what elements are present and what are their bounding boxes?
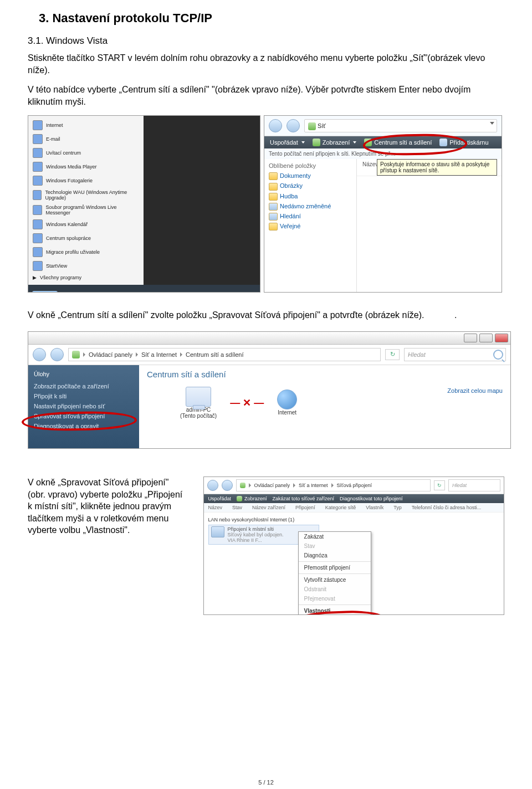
- address-bar: Ovládací panely Síť a Internet Síťová př…: [204, 477, 504, 494]
- screenshot-network-connections: Ovládací panely Síť a Internet Síťová př…: [203, 477, 504, 615]
- task-link[interactable]: Nastavit připojení nebo síť: [34, 403, 134, 409]
- nav-pane: Oblíbené položky Dokumenty Obrázky Hudba…: [264, 159, 357, 292]
- close-button[interactable]: [495, 334, 508, 342]
- start-menu-item[interactable]: Windows Media Player: [30, 161, 141, 173]
- connection-title: Připojení k místní síti: [228, 526, 284, 532]
- start-menu-item[interactable]: Migrace profilu uživatele: [30, 246, 141, 258]
- screenshot-network-explorer: Síť Uspořádat Zobrazení Centrum síti a s…: [264, 115, 502, 293]
- screenshot-row-1: Internet E-mail Uvítací centrum Windows …: [28, 115, 504, 293]
- task-link[interactable]: Diagnostikovat a opravit: [34, 423, 134, 429]
- connection-status: Síťový kabel byl odpojen.: [228, 532, 284, 537]
- ctx-bridge[interactable]: Přemostit připojení: [299, 563, 371, 572]
- address-bar: Síť: [264, 116, 502, 136]
- task-link[interactable]: Zobrazit počítače a zařízení: [34, 383, 134, 390]
- toolbar-view[interactable]: Zobrazení: [313, 139, 357, 146]
- start-menu-item[interactable]: Windows Fotogalerie: [30, 175, 141, 187]
- toolbar-network-center[interactable]: Centrum síti a sdílení: [364, 139, 432, 146]
- nav-link[interactable]: Obrázky: [269, 182, 352, 190]
- toolbar-organize[interactable]: Uspořádat: [208, 496, 232, 501]
- app-icon: [33, 233, 43, 243]
- col-header[interactable]: Typ: [393, 505, 402, 510]
- col-header[interactable]: Stav: [232, 505, 242, 510]
- task-link[interactable]: Připojit k síti: [34, 393, 134, 399]
- nav-link[interactable]: Dokumenty: [269, 172, 352, 180]
- start-menu-item[interactable]: E-mail: [30, 133, 141, 145]
- start-menu-item[interactable]: Centrum spolupráce: [30, 232, 141, 244]
- nav-forward-button[interactable]: [50, 348, 64, 361]
- nav-forward-button[interactable]: [222, 480, 233, 491]
- app-icon: [33, 205, 42, 215]
- app-icon: [33, 261, 43, 271]
- shield-icon: [240, 483, 245, 488]
- app-icon: [33, 148, 43, 158]
- toolbar-diagnose[interactable]: Diagnostikovat toto připojení: [340, 496, 403, 501]
- col-header[interactable]: Telefonní číslo či adresa hosti...: [412, 505, 482, 510]
- chevron-down-icon: [353, 141, 356, 144]
- col-header[interactable]: Kategorie sítě: [325, 505, 356, 510]
- col-header[interactable]: Název zařízení: [252, 505, 285, 510]
- paragraph-4: V okně „Spravovat Síťová připojení" (obr…: [28, 477, 187, 536]
- paragraph-3: V okně „Centrum sítí a sdílení" zvolte p…: [28, 309, 424, 321]
- nav-link[interactable]: Nedávno změněné: [269, 203, 352, 211]
- printer-icon: [439, 139, 447, 146]
- nav-back-button[interactable]: [207, 480, 218, 491]
- toolbar-organize[interactable]: Uspořádat: [270, 139, 305, 146]
- col-header[interactable]: Vlastník: [366, 505, 383, 510]
- address-bar: Ovládací panely Síť a Internet Centrum s…: [28, 345, 510, 365]
- computer-icon: [186, 387, 211, 407]
- nav-link[interactable]: Veřejné: [269, 223, 352, 230]
- search-input[interactable]: Hledat: [404, 348, 506, 361]
- start-menu-all-programs[interactable]: ▶Všechny programy: [30, 274, 141, 281]
- main-content: Centrum sítí a sdílení Zobrazit celou ma…: [139, 365, 510, 448]
- nav-back-button[interactable]: [33, 348, 46, 361]
- nav-pane-header: Oblíbené položky: [269, 162, 352, 169]
- folder-icon: [269, 223, 278, 230]
- ctx-rename: Přejmenovat: [299, 594, 371, 603]
- start-menu-item[interactable]: Windows Kalendář: [30, 218, 141, 230]
- view-full-map-link[interactable]: Zobrazit celou mapu: [447, 387, 503, 394]
- start-menu-item[interactable]: StartView: [30, 260, 141, 272]
- start-menu-item[interactable]: Internet: [30, 119, 141, 131]
- user-avatar-icon: [32, 290, 58, 293]
- ctx-properties[interactable]: Vlastnosti: [299, 606, 371, 615]
- nav-back-button[interactable]: [269, 119, 282, 132]
- toolbar-disable[interactable]: Zakázat toto síťové zařízení: [273, 496, 334, 501]
- toolbar-add-printer[interactable]: Přidat tiskárnu: [439, 139, 488, 146]
- app-icon: [33, 190, 42, 200]
- breadcrumb[interactable]: Ovládací panely Síť a Internet Síťová př…: [236, 479, 431, 491]
- views-icon: [313, 139, 320, 146]
- paragraph-2: V této nabídce vyberte „Centrum sítí a s…: [28, 84, 504, 107]
- col-header[interactable]: Připojení: [295, 505, 315, 510]
- tooltip: Poskytuje informace o stavu sítě a posky…: [377, 159, 497, 176]
- folder-icon: [269, 172, 278, 180]
- minimize-button[interactable]: [464, 334, 477, 342]
- start-menu-item[interactable]: Technologie WAU (Windows Anytime Upgrade…: [30, 188, 141, 202]
- refresh-icon[interactable]: ↻: [434, 480, 445, 490]
- address-field[interactable]: Síť: [304, 119, 497, 132]
- search-input[interactable]: Hledat: [448, 479, 500, 491]
- ctx-shortcut[interactable]: Vytvořit zástupce: [299, 575, 371, 585]
- toolbar: Uspořádat Zobrazení Centrum síti a sdíle…: [264, 136, 502, 148]
- toolbar-view[interactable]: Zobrazení: [237, 496, 267, 501]
- paragraph-1: Stiskněte tlačítko START v levém dolním …: [28, 52, 504, 76]
- ctx-disable[interactable]: Zakázat: [299, 532, 371, 541]
- stray-period: .: [454, 310, 457, 320]
- page-title: Centrum sítí a sdílení: [147, 370, 503, 379]
- nav-link[interactable]: Hudba: [269, 193, 352, 201]
- task-link-manage-connections[interactable]: Spravovat síťová připojení: [34, 413, 134, 419]
- toolbar: Uspořádat Zobrazení Zakázat toto síťové …: [204, 494, 504, 503]
- chevron-down-icon: [490, 122, 494, 125]
- breadcrumb[interactable]: Ovládací panely Síť a Internet Centrum s…: [68, 348, 381, 361]
- screenshot-network-sharing-center: Ovládací panely Síť a Internet Centrum s…: [28, 331, 511, 449]
- titlebar: [28, 332, 510, 345]
- refresh-icon[interactable]: ↻: [390, 351, 395, 358]
- app-icon: [33, 219, 43, 229]
- col-header[interactable]: Název: [362, 161, 378, 173]
- col-header[interactable]: Název: [208, 505, 223, 510]
- nav-link[interactable]: Hledání: [269, 213, 352, 221]
- ctx-diagnose[interactable]: Diagnóza: [299, 551, 371, 560]
- nav-forward-button[interactable]: [287, 119, 300, 132]
- start-menu-item[interactable]: Soubor programů Windows Live Messenger: [30, 203, 141, 217]
- start-menu-item[interactable]: Uvítací centrum: [30, 147, 141, 159]
- maximize-button[interactable]: [479, 334, 493, 342]
